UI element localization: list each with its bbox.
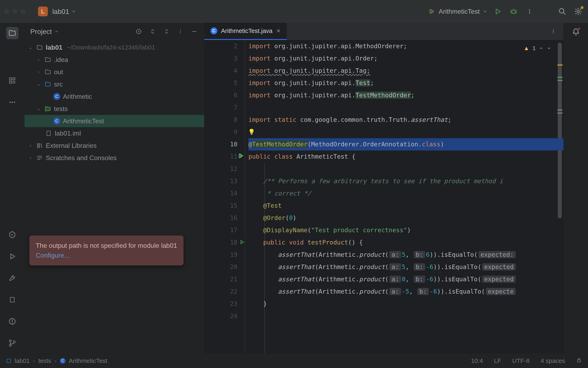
bookmarks-tool-button[interactable] [6, 294, 18, 306]
line-number[interactable]: 22 [204, 285, 237, 298]
readonly-toggle[interactable] [576, 357, 582, 364]
configure-link[interactable]: Configure... [36, 252, 70, 259]
tab-options-button[interactable] [549, 27, 557, 35]
caret-position[interactable]: 10:4 [471, 357, 483, 364]
inspection-widget[interactable]: ▲ 1 [524, 42, 551, 54]
chevron-down-icon[interactable] [547, 46, 551, 50]
pane-options-button[interactable] [176, 28, 185, 36]
code-content[interactable]: 💡 import org.junit.jupiter.api.MethodOrd… [245, 40, 563, 353]
problems-tool-button[interactable] [6, 315, 18, 328]
expand-all-button[interactable] [149, 28, 157, 36]
line-number[interactable]: 3 [204, 52, 237, 64]
tree-label: Scratches and Consoles [46, 154, 117, 162]
project-pane-header: Project [25, 23, 204, 40]
project-tool-button[interactable] [6, 27, 18, 39]
line-number[interactable]: 4 [204, 64, 237, 77]
minimize-window-icon[interactable] [12, 9, 17, 14]
structure-tool-button[interactable] [6, 74, 18, 87]
line-number[interactable]: 9 [204, 126, 237, 138]
zoom-window-icon[interactable] [20, 9, 25, 14]
chevron-down-icon[interactable]: ⌄ [36, 82, 42, 87]
tree-node-external-libraries[interactable]: › External Libraries [25, 139, 204, 152]
hide-pane-button[interactable] [190, 28, 198, 36]
line-number[interactable]: 16 [204, 212, 237, 224]
editor-tab[interactable]: C ArithmeticTest.java ✕ [204, 23, 287, 40]
chevron-right-icon[interactable]: › [36, 57, 42, 62]
run-tool-button[interactable] [6, 250, 18, 263]
line-number[interactable]: 10 [204, 138, 237, 150]
svg-point-26 [553, 31, 554, 32]
line-number[interactable]: 7 [204, 101, 237, 114]
right-tool-rail [563, 23, 588, 353]
chevron-up-icon[interactable] [539, 46, 543, 50]
close-window-icon[interactable] [4, 9, 9, 14]
project-selector[interactable]: lab01 [52, 8, 76, 16]
chevron-right-icon[interactable]: › [36, 69, 42, 75]
tree-node-arithmetic[interactable]: C Arithmetic [25, 90, 204, 103]
chevron-down-icon[interactable]: ⌄ [27, 45, 34, 50]
line-number[interactable]: 23 [204, 298, 237, 310]
svg-rect-7 [13, 78, 15, 80]
line-number[interactable]: 21 [204, 273, 237, 285]
line-number[interactable]: 24 [204, 310, 237, 322]
project-view-selector[interactable]: Project [30, 28, 59, 36]
more-actions-button[interactable] [524, 6, 535, 17]
line-number[interactable]: 2 [204, 40, 237, 52]
breadcrumb-item[interactable]: tests [38, 357, 51, 364]
project-tree[interactable]: ⌄ lab01 ~/Downloads/fa24-s12345/lab01 › … [25, 40, 204, 165]
debug-button[interactable] [508, 6, 519, 17]
tree-node-scratches[interactable]: › Scratches and Consoles [25, 152, 204, 164]
vcs-tool-button[interactable] [6, 337, 18, 349]
breadcrumb-item[interactable]: ArithmeticTest [69, 357, 107, 364]
tree-node-root[interactable]: ⌄ lab01 ~/Downloads/fa24-s12345/lab01 [25, 41, 204, 54]
settings-button[interactable] [572, 6, 584, 17]
svg-rect-13 [10, 297, 14, 302]
close-tab-button[interactable]: ✕ [276, 28, 281, 34]
tree-node-out[interactable]: › out [25, 66, 204, 78]
indent-settings[interactable]: 4 spaces [541, 357, 565, 364]
search-everywhere-button[interactable] [557, 6, 568, 17]
hex-play-icon [8, 231, 16, 239]
breadcrumbs[interactable]: lab01 › tests › C ArithmeticTest [6, 357, 107, 364]
tree-node-arithmetic-test[interactable]: C ArithmeticTest [25, 115, 204, 127]
line-number[interactable]: 12 [204, 163, 237, 175]
run-gutter-icon[interactable] [239, 150, 244, 163]
chevron-down-icon[interactable]: ⌄ [36, 106, 42, 111]
svg-point-25 [553, 29, 554, 30]
more-tools-button[interactable] [6, 96, 18, 108]
build-tool-button[interactable] [6, 272, 18, 284]
run-gutter-icon[interactable] [240, 236, 244, 248]
collapse-all-button[interactable] [162, 28, 171, 36]
chevron-right-icon[interactable]: › [27, 155, 34, 160]
minimize-icon [191, 28, 197, 35]
tree-node-idea[interactable]: › .idea [25, 54, 204, 66]
line-number[interactable]: 8 [204, 114, 237, 126]
line-number[interactable]: 17 [204, 224, 237, 236]
tree-node-tests[interactable]: ⌄ tests [25, 103, 204, 115]
run-button[interactable] [492, 6, 503, 17]
tree-node-iml[interactable]: lab01.iml [25, 127, 204, 139]
run-configuration-selector[interactable]: ArithmeticTest [429, 8, 488, 15]
line-number[interactable]: 19 [204, 248, 237, 261]
file-encoding[interactable]: UTF-8 [512, 357, 530, 364]
code-editor[interactable]: ▲ 1 2 3 4 5 6 7 8 9 1 [204, 40, 563, 353]
chevron-down-icon [54, 29, 59, 34]
line-number[interactable]: 5 [204, 77, 237, 89]
gutter[interactable]: 2 3 4 5 6 7 8 9 10 11 12 13 14 15 16 17 … [204, 40, 245, 353]
select-opened-file-button[interactable] [135, 28, 143, 36]
line-number[interactable]: 6 [204, 89, 237, 101]
breadcrumb-item[interactable]: lab01 [15, 357, 30, 364]
services-tool-button[interactable] [6, 229, 18, 241]
line-number[interactable]: 15 [204, 200, 237, 212]
tree-node-src[interactable]: ⌄ src [25, 78, 204, 90]
line-number[interactable]: 18 [204, 236, 237, 248]
line-number[interactable]: 13 [204, 175, 237, 187]
play-icon [494, 8, 501, 15]
line-separator[interactable]: LF [494, 357, 501, 364]
notifications-button[interactable] [572, 28, 580, 37]
code-line: public void testProduct() { [249, 236, 563, 248]
line-number[interactable]: 11 [204, 150, 237, 163]
line-number[interactable]: 14 [204, 187, 237, 200]
line-number[interactable]: 20 [204, 261, 237, 273]
chevron-right-icon[interactable]: › [27, 143, 34, 148]
